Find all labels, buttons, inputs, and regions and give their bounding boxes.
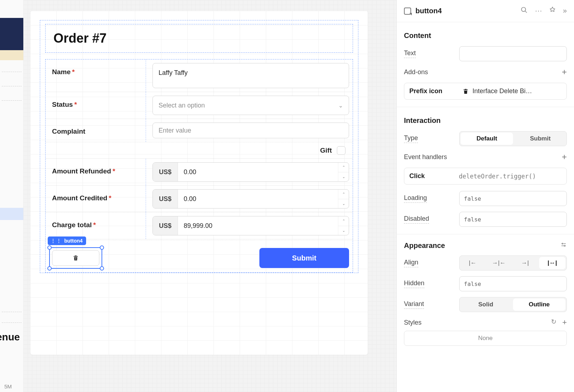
styles-none[interactable]: None [404, 331, 567, 346]
event-code: deleteOrder.trigger() [459, 173, 561, 180]
complaint-input[interactable]: Enter value [152, 123, 349, 138]
amount-credited-value[interactable]: 0.00 [178, 195, 338, 203]
row-name: Name* Laffy Taffy [46, 59, 353, 92]
label-amount-credited: Amount Credited* [46, 186, 146, 212]
selection-outline[interactable] [49, 247, 102, 269]
inspector-header: button4 ⋯ » [397, 0, 574, 22]
status-select[interactable]: Select an option ⌄ [152, 96, 349, 115]
prop-disabled-input[interactable] [459, 212, 567, 227]
delete-button[interactable] [52, 250, 99, 266]
row-complaint: Complaint Enter value [46, 119, 353, 142]
resize-handle[interactable] [100, 245, 104, 250]
resize-handle[interactable] [100, 266, 104, 271]
prop-type-label: Type [404, 134, 418, 143]
svg-line-1 [525, 11, 527, 13]
gift-checkbox[interactable] [337, 146, 345, 155]
form-title-container: Order #7 [45, 24, 353, 53]
stepper[interactable]: ⌃⌄ [338, 163, 349, 181]
prop-text-label: Text [404, 49, 416, 58]
add-addon-button[interactable]: + [562, 67, 567, 77]
stepper[interactable]: ⌃⌄ [338, 190, 349, 208]
more-icon[interactable]: ⋯ [535, 6, 542, 15]
bg-line [2, 322, 22, 323]
bg-line [2, 72, 22, 72]
component-icon [404, 8, 411, 15]
chevron-down-icon[interactable]: ⌄ [338, 199, 349, 209]
prop-styles-label: Styles [404, 319, 422, 326]
label-complaint: Complaint [46, 119, 146, 142]
label-gift: Gift [320, 147, 332, 154]
currency-prefix: US$ [153, 190, 178, 208]
variant-segmented-control[interactable]: Solid Outline [459, 297, 567, 312]
chevron-down-icon[interactable]: ⌄ [338, 226, 349, 235]
type-option-submit[interactable]: Submit [514, 132, 566, 146]
align-stretch-icon[interactable]: |↔| [539, 257, 565, 269]
reset-icon[interactable]: ↻ [551, 318, 556, 327]
prop-text-input[interactable] [459, 46, 567, 61]
prop-loading-label: Loading [404, 194, 427, 203]
chevron-up-icon[interactable]: ⌃ [338, 216, 349, 226]
bg-line [2, 100, 22, 101]
label-status: Status* [46, 92, 146, 119]
row-charge-total: Charge total* US$ 89,999.00 ⌃⌄ [46, 212, 353, 239]
charge-total-input[interactable]: US$ 89,999.00 ⌃⌄ [152, 216, 349, 235]
add-event-handler-button[interactable]: + [562, 152, 567, 162]
settings-icon[interactable] [560, 242, 567, 250]
currency-prefix: US$ [153, 216, 178, 235]
row-actions: ⋮⋮ button4 [46, 239, 353, 272]
canvas[interactable]: Order #7 Name* Laffy Taffy Status* [23, 0, 396, 392]
event-handler-row[interactable]: Click deleteOrder.trigger() [404, 168, 567, 185]
required-asterisk: * [109, 194, 111, 202]
event-name: Click [409, 172, 452, 180]
row-gift: Gift [46, 142, 353, 159]
drag-handle-icon[interactable]: ⋮⋮ [51, 238, 62, 244]
prop-variant-label: Variant [404, 300, 424, 309]
row-status: Status* Select an option ⌄ [46, 92, 353, 119]
align-right-icon[interactable]: →| [512, 256, 538, 270]
search-icon[interactable] [521, 6, 528, 15]
form-fields: Name* Laffy Taffy Status* Select an opti [45, 59, 353, 273]
bg-dark [0, 18, 23, 50]
align-left-icon[interactable]: |← [460, 256, 486, 270]
required-asterisk: * [74, 101, 77, 108]
chevron-down-icon: ⌄ [338, 102, 343, 109]
type-option-default[interactable]: Default [461, 133, 513, 145]
required-asterisk: * [93, 221, 96, 229]
amount-refunded-input[interactable]: US$ 0.00 ⌃⌄ [152, 162, 349, 182]
inspector-title[interactable]: button4 [415, 7, 442, 15]
submit-button[interactable]: Submit [259, 248, 349, 268]
bg-line [2, 86, 22, 86]
resize-handle[interactable] [47, 245, 52, 250]
prop-addons-label: Add-ons [404, 68, 428, 76]
chevron-up-icon[interactable]: ⌃ [338, 190, 349, 199]
align-center-icon[interactable]: →|← [486, 256, 512, 270]
stepper[interactable]: ⌃⌄ [338, 216, 349, 235]
chevron-up-icon[interactable]: ⌃ [338, 163, 349, 172]
required-asterisk: * [113, 167, 115, 175]
expand-icon[interactable]: » [563, 6, 567, 15]
type-segmented-control[interactable]: Default Submit [459, 131, 567, 146]
selection-tag[interactable]: ⋮⋮ button4 [48, 236, 86, 245]
amount-refunded-value[interactable]: 0.00 [178, 168, 338, 176]
bg-selected-row [0, 208, 23, 220]
section-appearance-title: Appearance [404, 242, 445, 250]
selected-component[interactable]: ⋮⋮ button4 [49, 247, 102, 269]
chevron-down-icon[interactable]: ⌄ [338, 172, 349, 182]
resize-handle[interactable] [47, 266, 52, 271]
prop-hidden-input[interactable] [459, 276, 567, 291]
add-style-button[interactable]: + [562, 318, 567, 327]
label-amount-refunded: Amount Refunded* [46, 159, 146, 185]
prop-loading-input[interactable] [459, 191, 567, 206]
name-input[interactable]: Laffy Taffy [152, 63, 349, 88]
align-segmented-control[interactable]: |← →|← →| |↔| [459, 255, 567, 271]
selection-tag-label: button4 [64, 238, 83, 244]
addon-prefix-icon[interactable]: Prefix icon Interface Delete Bi… [404, 83, 567, 100]
form-title: Order #7 [53, 31, 345, 46]
addon-label: Prefix icon [409, 87, 456, 95]
variant-option-solid[interactable]: Solid [460, 297, 512, 312]
charge-total-value[interactable]: 89,999.00 [178, 222, 338, 230]
variant-option-outline[interactable]: Outline [513, 298, 565, 311]
amount-credited-input[interactable]: US$ 0.00 ⌃⌄ [152, 189, 349, 209]
prop-event-handlers-label: Event handlers [404, 153, 447, 161]
pin-icon[interactable] [549, 6, 556, 15]
